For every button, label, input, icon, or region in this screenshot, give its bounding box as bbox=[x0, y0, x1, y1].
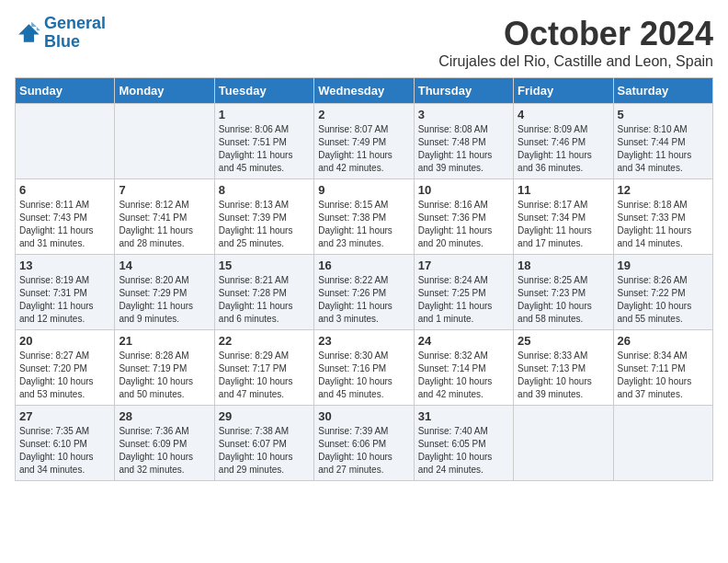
calendar-week-row: 6 Sunrise: 8:11 AM Sunset: 7:43 PM Dayli… bbox=[16, 179, 713, 255]
day-number: 29 bbox=[219, 409, 310, 423]
calendar-cell: 3 Sunrise: 8:08 AM Sunset: 7:48 PM Dayli… bbox=[414, 104, 513, 179]
day-info: Sunrise: 8:08 AM Sunset: 7:48 PM Dayligh… bbox=[418, 123, 509, 175]
day-number: 13 bbox=[19, 259, 110, 272]
day-info: Sunrise: 8:22 AM Sunset: 7:26 PM Dayligh… bbox=[318, 274, 409, 326]
calendar-cell: 24 Sunrise: 8:32 AM Sunset: 7:14 PM Dayl… bbox=[414, 330, 513, 406]
weekday-header: Sunday bbox=[16, 78, 115, 104]
day-number: 17 bbox=[418, 259, 509, 272]
day-info: Sunrise: 8:06 AM Sunset: 7:51 PM Dayligh… bbox=[219, 123, 310, 175]
calendar-cell: 30 Sunrise: 7:39 AM Sunset: 6:06 PM Dayl… bbox=[314, 406, 414, 481]
day-info: Sunrise: 8:30 AM Sunset: 7:16 PM Dayligh… bbox=[318, 350, 409, 401]
day-info: Sunrise: 8:21 AM Sunset: 7:28 PM Dayligh… bbox=[219, 274, 310, 326]
logo-line2: Blue bbox=[44, 32, 80, 51]
day-info: Sunrise: 7:39 AM Sunset: 6:06 PM Dayligh… bbox=[318, 425, 409, 477]
day-info: Sunrise: 8:29 AM Sunset: 7:17 PM Dayligh… bbox=[219, 350, 310, 401]
calendar-week-row: 20 Sunrise: 8:27 AM Sunset: 7:20 PM Dayl… bbox=[16, 330, 713, 406]
calendar-cell bbox=[514, 406, 613, 481]
calendar-cell: 7 Sunrise: 8:12 AM Sunset: 7:41 PM Dayli… bbox=[115, 179, 214, 255]
calendar-cell: 10 Sunrise: 8:16 AM Sunset: 7:36 PM Dayl… bbox=[414, 179, 513, 255]
day-number: 23 bbox=[318, 334, 409, 348]
calendar-cell: 18 Sunrise: 8:25 AM Sunset: 7:23 PM Dayl… bbox=[514, 255, 613, 330]
calendar-cell: 2 Sunrise: 8:07 AM Sunset: 7:49 PM Dayli… bbox=[314, 104, 414, 179]
calendar-cell: 23 Sunrise: 8:30 AM Sunset: 7:16 PM Dayl… bbox=[314, 330, 414, 406]
day-info: Sunrise: 8:32 AM Sunset: 7:14 PM Dayligh… bbox=[418, 350, 509, 401]
weekday-header: Thursday bbox=[414, 78, 513, 104]
day-number: 21 bbox=[119, 334, 210, 348]
day-number: 14 bbox=[119, 259, 210, 272]
day-info: Sunrise: 7:40 AM Sunset: 6:05 PM Dayligh… bbox=[418, 425, 509, 477]
day-number: 27 bbox=[19, 409, 110, 423]
day-number: 4 bbox=[518, 108, 609, 121]
calendar-cell: 15 Sunrise: 8:21 AM Sunset: 7:28 PM Dayl… bbox=[214, 255, 313, 330]
day-number: 15 bbox=[219, 259, 310, 272]
day-info: Sunrise: 8:34 AM Sunset: 7:11 PM Dayligh… bbox=[618, 350, 709, 401]
day-number: 16 bbox=[318, 259, 409, 272]
day-info: Sunrise: 8:18 AM Sunset: 7:33 PM Dayligh… bbox=[618, 199, 709, 250]
day-info: Sunrise: 8:20 AM Sunset: 7:29 PM Dayligh… bbox=[119, 274, 210, 326]
day-number: 18 bbox=[518, 259, 609, 272]
calendar-cell: 22 Sunrise: 8:29 AM Sunset: 7:17 PM Dayl… bbox=[214, 330, 313, 406]
weekday-header: Friday bbox=[514, 78, 613, 104]
day-number: 31 bbox=[418, 409, 509, 423]
title-area: October 2024 Cirujales del Rio, Castille… bbox=[438, 15, 713, 70]
day-number: 5 bbox=[618, 108, 709, 121]
month-title: October 2024 bbox=[438, 15, 713, 53]
day-number: 25 bbox=[518, 334, 609, 348]
day-number: 8 bbox=[219, 183, 310, 197]
day-number: 10 bbox=[418, 183, 509, 197]
day-info: Sunrise: 8:10 AM Sunset: 7:44 PM Dayligh… bbox=[618, 123, 709, 175]
calendar-cell: 20 Sunrise: 8:27 AM Sunset: 7:20 PM Dayl… bbox=[16, 330, 115, 406]
calendar-cell: 26 Sunrise: 8:34 AM Sunset: 7:11 PM Dayl… bbox=[613, 330, 712, 406]
day-info: Sunrise: 8:19 AM Sunset: 7:31 PM Dayligh… bbox=[19, 274, 110, 326]
day-info: Sunrise: 8:09 AM Sunset: 7:46 PM Dayligh… bbox=[518, 123, 609, 175]
day-number: 1 bbox=[219, 108, 310, 121]
calendar-cell: 28 Sunrise: 7:36 AM Sunset: 6:09 PM Dayl… bbox=[115, 406, 214, 481]
calendar-cell: 8 Sunrise: 8:13 AM Sunset: 7:39 PM Dayli… bbox=[214, 179, 313, 255]
day-info: Sunrise: 8:15 AM Sunset: 7:38 PM Dayligh… bbox=[318, 199, 409, 250]
calendar-cell: 13 Sunrise: 8:19 AM Sunset: 7:31 PM Dayl… bbox=[16, 255, 115, 330]
day-number: 30 bbox=[318, 409, 409, 423]
day-info: Sunrise: 8:27 AM Sunset: 7:20 PM Dayligh… bbox=[19, 350, 110, 401]
day-number: 2 bbox=[318, 108, 409, 121]
calendar: SundayMondayTuesdayWednesdayThursdayFrid… bbox=[15, 77, 713, 481]
calendar-cell: 19 Sunrise: 8:26 AM Sunset: 7:22 PM Dayl… bbox=[613, 255, 712, 330]
calendar-cell bbox=[16, 104, 115, 179]
day-info: Sunrise: 8:33 AM Sunset: 7:13 PM Dayligh… bbox=[518, 350, 609, 401]
day-number: 28 bbox=[119, 409, 210, 423]
logo: General Blue bbox=[15, 15, 106, 52]
day-number: 6 bbox=[19, 183, 110, 197]
day-number: 9 bbox=[318, 183, 409, 197]
weekday-header: Wednesday bbox=[314, 78, 414, 104]
calendar-cell: 12 Sunrise: 8:18 AM Sunset: 7:33 PM Dayl… bbox=[613, 179, 712, 255]
weekday-header-row: SundayMondayTuesdayWednesdayThursdayFrid… bbox=[16, 78, 713, 104]
weekday-header: Tuesday bbox=[214, 78, 313, 104]
day-info: Sunrise: 8:24 AM Sunset: 7:25 PM Dayligh… bbox=[418, 274, 509, 326]
location-title: Cirujales del Rio, Castille and Leon, Sp… bbox=[438, 53, 713, 70]
weekday-header: Monday bbox=[115, 78, 214, 104]
calendar-cell: 1 Sunrise: 8:06 AM Sunset: 7:51 PM Dayli… bbox=[214, 104, 313, 179]
calendar-cell bbox=[115, 104, 214, 179]
calendar-week-row: 13 Sunrise: 8:19 AM Sunset: 7:31 PM Dayl… bbox=[16, 255, 713, 330]
header: General Blue October 2024 Cirujales del … bbox=[15, 15, 713, 70]
day-info: Sunrise: 8:26 AM Sunset: 7:22 PM Dayligh… bbox=[618, 274, 709, 326]
calendar-cell: 14 Sunrise: 8:20 AM Sunset: 7:29 PM Dayl… bbox=[115, 255, 214, 330]
calendar-cell: 4 Sunrise: 8:09 AM Sunset: 7:46 PM Dayli… bbox=[514, 104, 613, 179]
day-info: Sunrise: 8:13 AM Sunset: 7:39 PM Dayligh… bbox=[219, 199, 310, 250]
day-info: Sunrise: 8:07 AM Sunset: 7:49 PM Dayligh… bbox=[318, 123, 409, 175]
day-info: Sunrise: 7:38 AM Sunset: 6:07 PM Dayligh… bbox=[219, 425, 310, 477]
logo-icon bbox=[15, 20, 40, 46]
day-number: 26 bbox=[618, 334, 709, 348]
calendar-cell: 16 Sunrise: 8:22 AM Sunset: 7:26 PM Dayl… bbox=[314, 255, 414, 330]
day-info: Sunrise: 7:35 AM Sunset: 6:10 PM Dayligh… bbox=[19, 425, 110, 477]
calendar-cell: 27 Sunrise: 7:35 AM Sunset: 6:10 PM Dayl… bbox=[16, 406, 115, 481]
day-number: 3 bbox=[418, 108, 509, 121]
calendar-cell: 17 Sunrise: 8:24 AM Sunset: 7:25 PM Dayl… bbox=[414, 255, 513, 330]
calendar-cell: 21 Sunrise: 8:28 AM Sunset: 7:19 PM Dayl… bbox=[115, 330, 214, 406]
day-number: 11 bbox=[518, 183, 609, 197]
day-info: Sunrise: 8:28 AM Sunset: 7:19 PM Dayligh… bbox=[119, 350, 210, 401]
calendar-cell: 31 Sunrise: 7:40 AM Sunset: 6:05 PM Dayl… bbox=[414, 406, 513, 481]
calendar-week-row: 1 Sunrise: 8:06 AM Sunset: 7:51 PM Dayli… bbox=[16, 104, 713, 179]
calendar-cell: 6 Sunrise: 8:11 AM Sunset: 7:43 PM Dayli… bbox=[16, 179, 115, 255]
calendar-week-row: 27 Sunrise: 7:35 AM Sunset: 6:10 PM Dayl… bbox=[16, 406, 713, 481]
logo-line1: General bbox=[44, 14, 106, 32]
